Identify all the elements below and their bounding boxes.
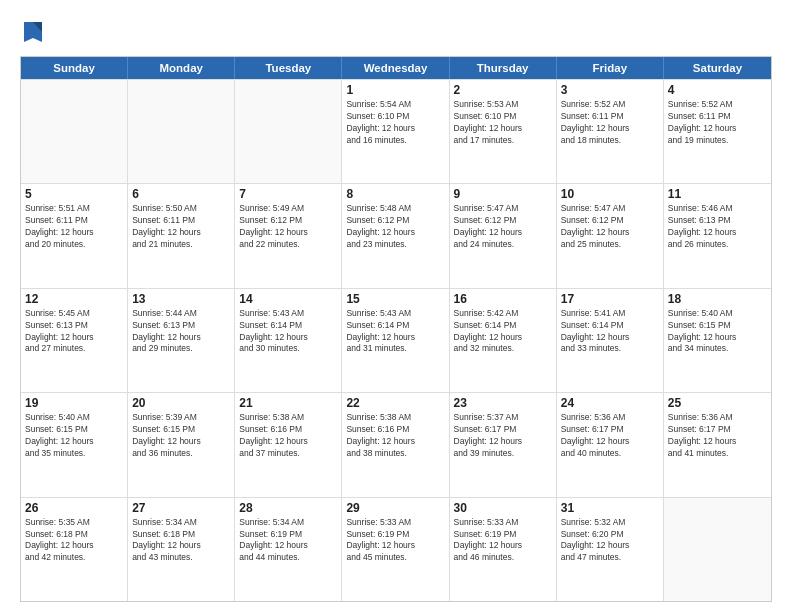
day-info: Sunrise: 5:40 AM Sunset: 6:15 PM Dayligh… xyxy=(25,412,123,460)
day-info: Sunrise: 5:48 AM Sunset: 6:12 PM Dayligh… xyxy=(346,203,444,251)
calendar-cell: 2Sunrise: 5:53 AM Sunset: 6:10 PM Daylig… xyxy=(450,80,557,183)
calendar-cell: 3Sunrise: 5:52 AM Sunset: 6:11 PM Daylig… xyxy=(557,80,664,183)
calendar-body: 1Sunrise: 5:54 AM Sunset: 6:10 PM Daylig… xyxy=(21,79,771,601)
calendar-cell: 22Sunrise: 5:38 AM Sunset: 6:16 PM Dayli… xyxy=(342,393,449,496)
day-info: Sunrise: 5:33 AM Sunset: 6:19 PM Dayligh… xyxy=(454,517,552,565)
day-info: Sunrise: 5:45 AM Sunset: 6:13 PM Dayligh… xyxy=(25,308,123,356)
calendar-cell: 10Sunrise: 5:47 AM Sunset: 6:12 PM Dayli… xyxy=(557,184,664,287)
calendar-row: 26Sunrise: 5:35 AM Sunset: 6:18 PM Dayli… xyxy=(21,497,771,601)
calendar-cell xyxy=(664,498,771,601)
day-info: Sunrise: 5:41 AM Sunset: 6:14 PM Dayligh… xyxy=(561,308,659,356)
calendar-cell: 23Sunrise: 5:37 AM Sunset: 6:17 PM Dayli… xyxy=(450,393,557,496)
day-info: Sunrise: 5:36 AM Sunset: 6:17 PM Dayligh… xyxy=(561,412,659,460)
day-info: Sunrise: 5:49 AM Sunset: 6:12 PM Dayligh… xyxy=(239,203,337,251)
calendar-cell: 21Sunrise: 5:38 AM Sunset: 6:16 PM Dayli… xyxy=(235,393,342,496)
calendar-cell: 14Sunrise: 5:43 AM Sunset: 6:14 PM Dayli… xyxy=(235,289,342,392)
day-info: Sunrise: 5:35 AM Sunset: 6:18 PM Dayligh… xyxy=(25,517,123,565)
day-number: 14 xyxy=(239,292,337,306)
calendar-cell: 30Sunrise: 5:33 AM Sunset: 6:19 PM Dayli… xyxy=(450,498,557,601)
logo xyxy=(20,20,44,46)
day-number: 28 xyxy=(239,501,337,515)
day-number: 23 xyxy=(454,396,552,410)
calendar-cell: 7Sunrise: 5:49 AM Sunset: 6:12 PM Daylig… xyxy=(235,184,342,287)
weekday-header: Friday xyxy=(557,57,664,79)
day-info: Sunrise: 5:42 AM Sunset: 6:14 PM Dayligh… xyxy=(454,308,552,356)
calendar-cell: 20Sunrise: 5:39 AM Sunset: 6:15 PM Dayli… xyxy=(128,393,235,496)
day-number: 7 xyxy=(239,187,337,201)
day-number: 20 xyxy=(132,396,230,410)
page: SundayMondayTuesdayWednesdayThursdayFrid… xyxy=(0,0,792,612)
day-info: Sunrise: 5:36 AM Sunset: 6:17 PM Dayligh… xyxy=(668,412,767,460)
day-number: 1 xyxy=(346,83,444,97)
logo-icon xyxy=(22,18,44,46)
day-number: 11 xyxy=(668,187,767,201)
day-info: Sunrise: 5:44 AM Sunset: 6:13 PM Dayligh… xyxy=(132,308,230,356)
day-info: Sunrise: 5:37 AM Sunset: 6:17 PM Dayligh… xyxy=(454,412,552,460)
calendar-cell: 15Sunrise: 5:43 AM Sunset: 6:14 PM Dayli… xyxy=(342,289,449,392)
day-number: 16 xyxy=(454,292,552,306)
day-number: 12 xyxy=(25,292,123,306)
calendar-cell: 28Sunrise: 5:34 AM Sunset: 6:19 PM Dayli… xyxy=(235,498,342,601)
day-number: 3 xyxy=(561,83,659,97)
day-number: 9 xyxy=(454,187,552,201)
calendar-cell: 12Sunrise: 5:45 AM Sunset: 6:13 PM Dayli… xyxy=(21,289,128,392)
day-number: 21 xyxy=(239,396,337,410)
day-number: 10 xyxy=(561,187,659,201)
day-info: Sunrise: 5:54 AM Sunset: 6:10 PM Dayligh… xyxy=(346,99,444,147)
weekday-header: Sunday xyxy=(21,57,128,79)
day-number: 8 xyxy=(346,187,444,201)
day-info: Sunrise: 5:43 AM Sunset: 6:14 PM Dayligh… xyxy=(346,308,444,356)
calendar-cell: 11Sunrise: 5:46 AM Sunset: 6:13 PM Dayli… xyxy=(664,184,771,287)
calendar-cell: 9Sunrise: 5:47 AM Sunset: 6:12 PM Daylig… xyxy=(450,184,557,287)
header xyxy=(20,16,772,46)
day-number: 18 xyxy=(668,292,767,306)
day-info: Sunrise: 5:34 AM Sunset: 6:19 PM Dayligh… xyxy=(239,517,337,565)
calendar-row: 12Sunrise: 5:45 AM Sunset: 6:13 PM Dayli… xyxy=(21,288,771,392)
day-number: 2 xyxy=(454,83,552,97)
day-number: 27 xyxy=(132,501,230,515)
calendar-cell: 13Sunrise: 5:44 AM Sunset: 6:13 PM Dayli… xyxy=(128,289,235,392)
day-info: Sunrise: 5:47 AM Sunset: 6:12 PM Dayligh… xyxy=(454,203,552,251)
weekday-header: Monday xyxy=(128,57,235,79)
day-info: Sunrise: 5:38 AM Sunset: 6:16 PM Dayligh… xyxy=(346,412,444,460)
calendar-cell: 25Sunrise: 5:36 AM Sunset: 6:17 PM Dayli… xyxy=(664,393,771,496)
day-number: 17 xyxy=(561,292,659,306)
calendar-cell: 8Sunrise: 5:48 AM Sunset: 6:12 PM Daylig… xyxy=(342,184,449,287)
day-number: 26 xyxy=(25,501,123,515)
calendar-cell: 31Sunrise: 5:32 AM Sunset: 6:20 PM Dayli… xyxy=(557,498,664,601)
calendar-row: 19Sunrise: 5:40 AM Sunset: 6:15 PM Dayli… xyxy=(21,392,771,496)
calendar-cell: 1Sunrise: 5:54 AM Sunset: 6:10 PM Daylig… xyxy=(342,80,449,183)
day-info: Sunrise: 5:46 AM Sunset: 6:13 PM Dayligh… xyxy=(668,203,767,251)
weekday-header: Tuesday xyxy=(235,57,342,79)
calendar-cell xyxy=(21,80,128,183)
day-info: Sunrise: 5:39 AM Sunset: 6:15 PM Dayligh… xyxy=(132,412,230,460)
calendar-cell: 29Sunrise: 5:33 AM Sunset: 6:19 PM Dayli… xyxy=(342,498,449,601)
day-info: Sunrise: 5:43 AM Sunset: 6:14 PM Dayligh… xyxy=(239,308,337,356)
calendar-cell: 4Sunrise: 5:52 AM Sunset: 6:11 PM Daylig… xyxy=(664,80,771,183)
calendar-cell: 16Sunrise: 5:42 AM Sunset: 6:14 PM Dayli… xyxy=(450,289,557,392)
day-number: 29 xyxy=(346,501,444,515)
day-number: 13 xyxy=(132,292,230,306)
day-number: 25 xyxy=(668,396,767,410)
day-info: Sunrise: 5:52 AM Sunset: 6:11 PM Dayligh… xyxy=(561,99,659,147)
day-info: Sunrise: 5:33 AM Sunset: 6:19 PM Dayligh… xyxy=(346,517,444,565)
day-number: 22 xyxy=(346,396,444,410)
calendar-cell: 17Sunrise: 5:41 AM Sunset: 6:14 PM Dayli… xyxy=(557,289,664,392)
calendar-row: 1Sunrise: 5:54 AM Sunset: 6:10 PM Daylig… xyxy=(21,79,771,183)
day-info: Sunrise: 5:38 AM Sunset: 6:16 PM Dayligh… xyxy=(239,412,337,460)
day-number: 15 xyxy=(346,292,444,306)
day-info: Sunrise: 5:51 AM Sunset: 6:11 PM Dayligh… xyxy=(25,203,123,251)
calendar-cell xyxy=(128,80,235,183)
day-number: 24 xyxy=(561,396,659,410)
day-info: Sunrise: 5:34 AM Sunset: 6:18 PM Dayligh… xyxy=(132,517,230,565)
calendar-cell: 18Sunrise: 5:40 AM Sunset: 6:15 PM Dayli… xyxy=(664,289,771,392)
day-number: 31 xyxy=(561,501,659,515)
calendar-cell: 24Sunrise: 5:36 AM Sunset: 6:17 PM Dayli… xyxy=(557,393,664,496)
day-info: Sunrise: 5:50 AM Sunset: 6:11 PM Dayligh… xyxy=(132,203,230,251)
calendar-header: SundayMondayTuesdayWednesdayThursdayFrid… xyxy=(21,57,771,79)
calendar-cell: 26Sunrise: 5:35 AM Sunset: 6:18 PM Dayli… xyxy=(21,498,128,601)
weekday-header: Thursday xyxy=(450,57,557,79)
day-info: Sunrise: 5:40 AM Sunset: 6:15 PM Dayligh… xyxy=(668,308,767,356)
day-number: 6 xyxy=(132,187,230,201)
day-number: 30 xyxy=(454,501,552,515)
